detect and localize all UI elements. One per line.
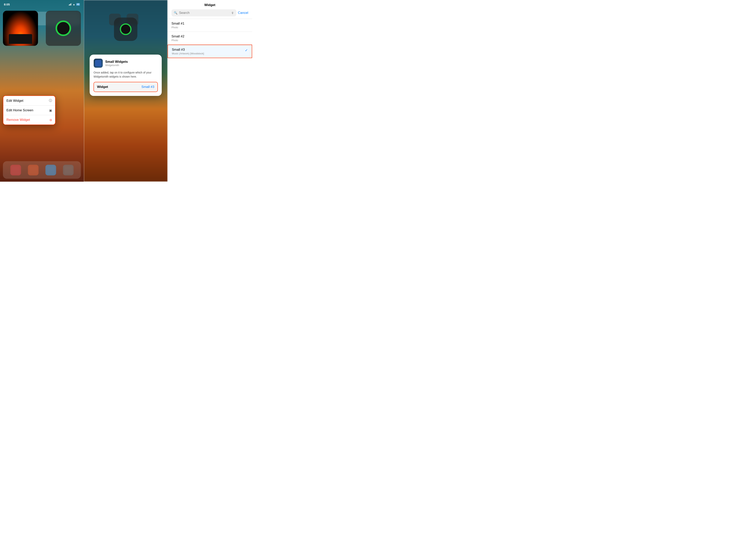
green-ring-icon [56,20,71,36]
list-item-small1[interactable]: Small #1 Photo [168,19,252,32]
context-edit-home[interactable]: Edit Home Screen ▣ [3,106,55,115]
widget-fire [3,11,38,46]
list-item-subtitle-1: Photo [171,26,248,29]
widget-list: Small #1 Photo Small #2 Photo ✓ Small #3… [168,19,252,182]
widget-app-name: Small Widgets [105,60,128,64]
edit-widget-label: Edit Widget [6,99,23,103]
dock-icon-2 [28,165,39,175]
list-item-subtitle-2: Photo [171,39,248,42]
checkmark-icon: ✓ [245,48,248,52]
list-item-small3[interactable]: ✓ Small #3 Music (Artwork) [Woodstock] [168,45,252,58]
blur-green-ring [120,23,132,35]
panel-widget-selection: Widget 🔍 🎙 Cancel Small #1 Photo Small #… [168,0,252,182]
config-label: Widget [97,85,108,89]
list-item-small2[interactable]: Small #2 Photo [168,32,252,45]
status-bar: 8:05 ▲ 43 [0,0,84,9]
blur-main-app [114,18,137,41]
app-icon-inner [95,60,101,66]
config-value: Small #3 [141,85,154,89]
widget-card-info: Small Widgets Widgetsmith [105,60,128,67]
dock-icon-4 [63,165,74,175]
search-bar: 🔍 🎙 [171,9,236,16]
wifi-icon: ▲ [73,3,75,6]
edit-home-label: Edit Home Screen [6,108,33,112]
widget-developer: Widgetsmith [105,64,128,67]
home-screen-icon: ▣ [49,109,52,112]
remove-widget-label: Remove Widget [6,118,30,122]
list-item-title-3: Small #3 [172,48,248,52]
widget-description: Once added, tap on it to configure which… [94,71,158,79]
car-silhouette [9,34,32,44]
app-icon [94,58,103,68]
status-time: 8:05 [4,3,10,6]
search-icon: 🔍 [174,11,178,15]
info-icon: ⓘ [49,99,52,103]
context-remove-widget[interactable]: Remove Widget ⊖ [3,115,55,124]
panel-widget-config: Small Widgets Widgetsmith Once added, ta… [84,0,168,182]
signal-icon [69,3,72,5]
context-menu: Edit Widget ⓘ Edit Home Screen ▣ Remove … [3,95,56,125]
context-edit-widget[interactable]: Edit Widget ⓘ [3,96,55,106]
microphone-icon: 🎙 [231,11,234,15]
widget-selection-title: Widget [171,3,248,7]
list-item-title-1: Small #1 [171,22,248,26]
dock-icon-1 [10,165,21,175]
widget-green-ring [46,11,81,46]
status-icons: ▲ 43 [69,3,80,6]
search-input[interactable] [179,11,230,15]
list-item-title-2: Small #2 [171,34,248,38]
panel-iphone-home: 8:05 ▲ 43 Edit Widget ⓘ Edit [0,0,84,182]
widget-config-row[interactable]: Widget Small #3 [94,82,158,92]
search-row: 🔍 🎙 Cancel [171,9,248,16]
battery-badge: 43 [76,3,80,6]
fire-image [3,11,38,46]
dock [3,161,81,179]
widget-selection-header: Widget 🔍 🎙 Cancel [168,0,252,19]
widget-card-header: Small Widgets Widgetsmith [94,58,158,68]
widget-config-card: Small Widgets Widgetsmith Once added, ta… [90,55,162,96]
list-item-subtitle-3: Music (Artwork) [Woodstock] [172,52,248,55]
remove-icon: ⊖ [49,118,52,122]
dock-icon-3 [45,165,56,175]
cancel-button[interactable]: Cancel [238,11,248,15]
